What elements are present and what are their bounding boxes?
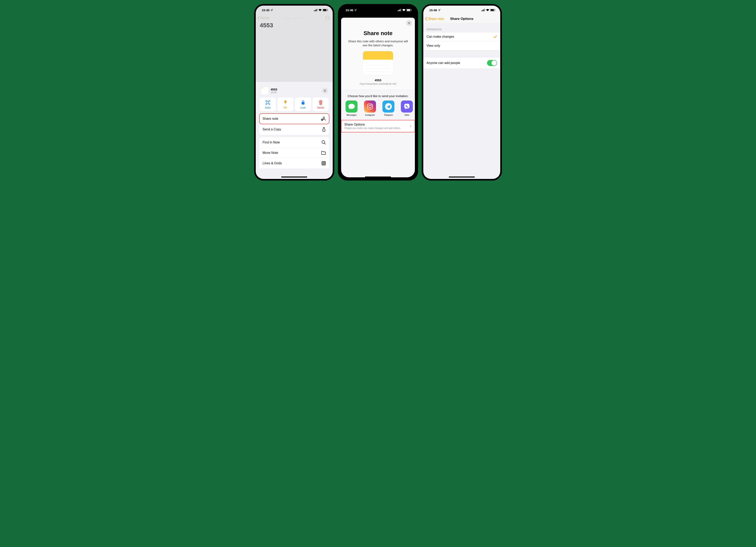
- checkmark-icon: [493, 35, 497, 38]
- share-note-row[interactable]: Share note: [259, 113, 329, 124]
- cellular-icon: [398, 9, 401, 11]
- svg-rect-35: [495, 10, 495, 10]
- send-copy-row[interactable]: Send a Copy: [259, 124, 329, 135]
- svg-rect-22: [407, 9, 410, 11]
- note-title: 4553: [256, 21, 333, 30]
- back-button[interactable]: Share note: [425, 14, 444, 23]
- can-make-changes-row[interactable]: Can make changes: [423, 32, 500, 41]
- svg-rect-12: [302, 102, 304, 104]
- pin-label: Pin: [284, 106, 287, 109]
- pin-button[interactable]: Pin: [277, 97, 293, 111]
- svg-rect-29: [481, 10, 482, 11]
- share-note-label: Share note: [263, 117, 278, 120]
- scan-button[interactable]: Scan: [260, 97, 276, 111]
- instagram-icon: [364, 100, 376, 112]
- choose-text: Choose how you'd like to send your invit…: [341, 90, 415, 100]
- lines-label: Lines & Grids: [263, 161, 282, 165]
- trash-icon: [318, 100, 323, 105]
- battery-icon: [406, 9, 412, 11]
- lines-grids-row[interactable]: Lines & Grids: [259, 158, 329, 168]
- battery-icon: [323, 9, 328, 11]
- sheet-header: 4553 15:45: [259, 87, 329, 97]
- status-bar: 15:46: [340, 6, 416, 14]
- can-make-changes-label: Can make changes: [427, 35, 454, 38]
- close-button[interactable]: [406, 20, 412, 26]
- status-icons: [481, 9, 495, 11]
- share-modal: Share note Share this note with others a…: [341, 18, 415, 177]
- scan-icon: [265, 100, 270, 105]
- screen-2: 15:46 Share note Share this note with ot…: [340, 6, 416, 179]
- status-time-text: 15:45: [262, 8, 269, 12]
- note-owner: Asya Karapetyan (starka@ukr.net): [346, 82, 410, 85]
- status-bar: 15:45: [256, 6, 333, 14]
- share-description: Share this note with others and everyone…: [346, 39, 410, 48]
- sheet-title: 4553: [271, 88, 277, 91]
- more-actions-group: Find in Note Move Note Lines & Grids: [259, 137, 329, 168]
- share-header: Share note Share this note with others a…: [341, 18, 415, 90]
- lock-button[interactable]: Lock: [295, 97, 311, 111]
- note-timestamp: 10 Mar. 2022 15:45: [256, 17, 333, 20]
- close-button[interactable]: [322, 88, 328, 94]
- note-thumbnail-icon: [261, 87, 269, 95]
- home-indicator[interactable]: [365, 176, 391, 177]
- close-icon: [324, 89, 326, 92]
- wifi-icon: [402, 9, 405, 11]
- share-options-row[interactable]: Share Options People you invite can make…: [341, 120, 415, 132]
- pin-icon: [283, 100, 288, 105]
- status-time: 15:46: [429, 8, 441, 12]
- action-sheet: 4553 15:45 Scan Pin Lock: [257, 84, 331, 177]
- scan-label: Scan: [265, 106, 270, 109]
- svg-rect-19: [400, 9, 400, 11]
- app-telegram[interactable]: Telegram: [381, 100, 396, 116]
- view-only-row[interactable]: View only: [423, 41, 500, 50]
- delete-button[interactable]: Delete: [313, 97, 329, 111]
- battery-icon: [490, 9, 495, 11]
- share-note-row-highlight: Share note: [259, 113, 329, 124]
- svg-rect-16: [322, 161, 325, 165]
- phone-2: 15:46 Share note Share this note with ot…: [338, 4, 418, 180]
- status-bar: 15:46: [423, 6, 500, 14]
- wifi-icon: [486, 9, 489, 11]
- status-icons: [398, 9, 412, 11]
- quick-actions: Scan Pin Lock Delete: [259, 97, 329, 113]
- send-copy-group: Send a Copy: [259, 124, 329, 135]
- app-label: Instagram: [365, 114, 375, 116]
- phone-1: 15:45 Notes 10 Mar. 2022 15:45 4553: [254, 4, 334, 180]
- note-large-icon: [363, 51, 393, 75]
- delete-label: Delete: [317, 106, 324, 109]
- svg-rect-30: [482, 10, 483, 11]
- status-time-text: 15:46: [346, 8, 353, 12]
- home-indicator[interactable]: [281, 176, 307, 177]
- find-in-note-row[interactable]: Find in Note: [259, 137, 329, 148]
- app-messages[interactable]: Messages: [344, 100, 359, 116]
- permission-section-label: Permission: [423, 23, 500, 32]
- cellular-icon: [314, 9, 317, 11]
- anyone-add-toggle[interactable]: [487, 60, 497, 66]
- svg-rect-17: [398, 10, 398, 11]
- home-indicator[interactable]: [449, 176, 475, 177]
- app-label: Messages: [347, 114, 357, 116]
- app-label: Viber: [404, 114, 409, 116]
- phone-3: 15:46 Share note Share Options Permissio…: [422, 4, 502, 180]
- page-title: Share Options: [450, 17, 473, 21]
- chevron-right-icon: [410, 124, 412, 128]
- svg-rect-1: [315, 10, 315, 11]
- wifi-icon: [318, 9, 322, 11]
- send-copy-label: Send a Copy: [263, 127, 281, 131]
- find-label: Find in Note: [263, 141, 280, 144]
- app-viber[interactable]: Viber: [400, 100, 414, 116]
- svg-rect-2: [316, 9, 316, 11]
- move-note-row[interactable]: Move Note: [259, 148, 329, 158]
- chevron-left-icon: [425, 17, 427, 21]
- svg-rect-28: [404, 104, 409, 108]
- move-label: Move Note: [263, 151, 278, 155]
- folder-icon: [321, 151, 326, 155]
- app-instagram[interactable]: Instagram: [363, 100, 377, 116]
- lock-label: Lock: [300, 106, 305, 109]
- sheet-subtitle: 15:45: [271, 91, 277, 94]
- svg-rect-23: [411, 10, 411, 10]
- svg-rect-3: [317, 9, 317, 11]
- svg-rect-32: [484, 9, 485, 11]
- lock-icon: [301, 100, 305, 105]
- app-label: Telegram: [384, 114, 393, 116]
